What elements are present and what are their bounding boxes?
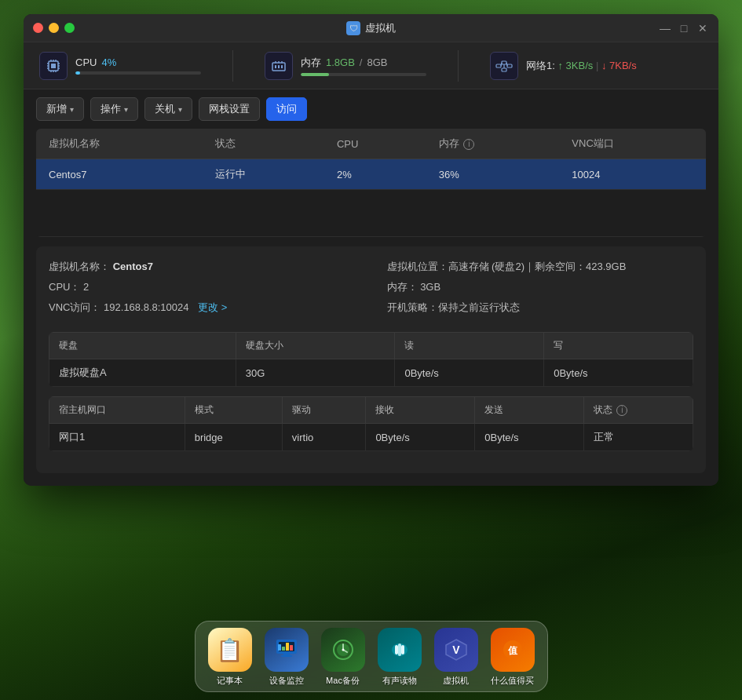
disk-col-name: 硬盘: [49, 333, 236, 359]
svg-rect-33: [290, 645, 293, 651]
vm-empty-cell: [36, 190, 706, 237]
svg-rect-23: [507, 64, 512, 67]
cpu-text: CPU: [75, 57, 97, 68]
col-vm-name: 虚拟机名称: [36, 129, 203, 159]
svg-rect-16: [278, 65, 280, 68]
net-col-interface: 宿主机网口: [49, 397, 185, 424]
vm-status-cell: 运行中: [203, 159, 324, 190]
maximize-button[interactable]: [64, 23, 75, 33]
stat-divider-2: [458, 50, 459, 82]
dock-item-reading[interactable]: 有声读物: [378, 628, 422, 687]
cpu-stat-label: CPU 4%: [75, 57, 201, 68]
svg-rect-32: [286, 643, 289, 651]
svg-rect-15: [275, 65, 276, 68]
mem-stat-info: 内存 1.8GB / 8GB: [301, 56, 426, 76]
detail-col-right: 虚拟机位置：高速存储 (硬盘2)｜剩余空间：423.9GB 内存： 3GB 开机…: [387, 259, 694, 319]
net-interface-cell: 网口1: [49, 424, 185, 451]
dock-label-reading: 有声读物: [382, 675, 417, 687]
vm-row-centos7[interactable]: Centos7 运行中 2% 36% 10024: [36, 159, 706, 190]
svg-rect-42: [395, 645, 398, 654]
vnc-change-link[interactable]: 更改 >: [198, 301, 227, 313]
titlebar-right: — □ ✕: [659, 22, 709, 35]
main-content: 虚拟机名称 状态 CPU 内存 i VNC端口 Centos7 运行中 2% 3…: [24, 129, 718, 486]
titlebar: 🛡 虚拟机 — □ ✕: [24, 14, 718, 42]
dock-item-monitor[interactable]: 设备监控: [265, 628, 309, 687]
mem-separator: /: [360, 57, 363, 68]
net-send-cell: 0Byte/s: [475, 424, 584, 451]
net-text: 网络1: ↑ 3KB/s | ↓ 7KB/s: [526, 59, 637, 73]
dock-label-vmware: 虚拟机: [443, 675, 469, 687]
cpu-progress-fill: [75, 71, 80, 75]
dock-icon-reading: [378, 628, 422, 672]
svg-line-25: [501, 63, 502, 66]
btn-new-chevron: ▾: [70, 105, 74, 114]
close-button[interactable]: [33, 23, 43, 33]
col-vnc: VNC端口: [559, 129, 706, 159]
btn-access-label: 访问: [276, 102, 297, 116]
dock-item-smzdm[interactable]: 值 什么值得买: [491, 628, 535, 687]
cpu-percent: 4%: [101, 57, 116, 68]
mem-text: 内存: [301, 56, 321, 70]
svg-rect-35: [281, 655, 292, 657]
vm-memory-cell: 36%: [426, 159, 560, 190]
detail-vnc: VNC访问： 192.168.8.8:10024 更改 >: [49, 300, 356, 316]
dock-label-monitor: 设备监控: [269, 675, 304, 687]
minimize-button[interactable]: [49, 23, 59, 33]
dock-item-timemachine[interactable]: Mac备份: [321, 628, 365, 687]
vm-vnc-cell: 10024: [559, 159, 706, 190]
net-col-status: 状态 i: [584, 397, 693, 424]
mem-total: 8GB: [367, 57, 387, 68]
cpu-icon: [39, 52, 68, 80]
mem-progress-bar: [301, 73, 426, 76]
svg-rect-34: [283, 654, 290, 655]
disk-write-cell: 0Byte/s: [544, 359, 693, 387]
app-icon: 🛡: [346, 21, 360, 35]
boot-label: 开机策略：保持之前运行状态: [387, 301, 520, 313]
disk-name-cell: 虚拟硬盘A: [49, 359, 236, 387]
vm-empty-row: [36, 190, 706, 237]
svg-text:V: V: [452, 643, 460, 656]
dock-item-vmware[interactable]: V 虚拟机: [434, 628, 478, 687]
net-label: 网络1:: [526, 60, 555, 71]
net-down: ↓ 7KB/s: [601, 60, 637, 71]
cpu-progress-bar: [75, 71, 201, 75]
toolbar: 新增 ▾ 操作 ▾ 关机 ▾ 网栈设置 访问: [24, 89, 718, 129]
memory-value: 3GB: [420, 281, 440, 293]
memory-label: 内存：: [387, 281, 418, 293]
btn-access[interactable]: 访问: [266, 97, 307, 121]
vnc-label: VNC访问：: [49, 301, 101, 313]
vm-name-label: 虚拟机名称：: [49, 261, 110, 272]
dock-item-notes[interactable]: 📋 记事本: [208, 628, 252, 687]
btn-shutdown[interactable]: 关机 ▾: [144, 97, 192, 121]
net-table: 宿主机网口 模式 驱动 接收 发送 状态 i 网口1: [49, 396, 693, 451]
cpu-stat-info: CPU 4%: [75, 57, 201, 75]
disk-size-cell: 30G: [236, 359, 395, 387]
stats-bar: CPU 4%: [24, 42, 718, 89]
detail-cpu: CPU： 2: [49, 279, 356, 296]
titlebar-close-icon[interactable]: ✕: [696, 22, 709, 35]
net-status-cell: 正常: [584, 424, 693, 451]
btn-operate[interactable]: 操作 ▾: [90, 97, 138, 121]
net-receive-cell: 0Byte/s: [366, 424, 475, 451]
btn-network-label: 网栈设置: [209, 102, 250, 116]
dock-icon-timemachine: [321, 628, 365, 672]
svg-rect-44: [401, 645, 404, 654]
btn-network[interactable]: 网栈设置: [199, 97, 260, 121]
btn-new-label: 新增: [46, 102, 67, 116]
svg-rect-22: [502, 61, 506, 64]
detail-location: 虚拟机位置：高速存储 (硬盘2)｜剩余空间：423.9GB: [387, 259, 694, 275]
detail-col-left: 虚拟机名称： Centos7 CPU： 2 VNC访问： 192.168.8.8…: [49, 259, 356, 319]
net-table-header: 宿主机网口 模式 驱动 接收 发送 状态 i: [49, 397, 693, 424]
btn-operate-label: 操作: [101, 102, 121, 116]
btn-new[interactable]: 新增 ▾: [36, 97, 84, 121]
detail-boot: 开机策略：保持之前运行状态: [387, 300, 694, 316]
net-mode-cell: bridge: [185, 424, 282, 451]
detail-memory: 内存： 3GB: [387, 279, 694, 296]
titlebar-minimize-icon[interactable]: —: [659, 22, 671, 35]
col-status: 状态: [203, 129, 324, 159]
titlebar-maximize-icon[interactable]: □: [678, 22, 690, 35]
svg-rect-17: [281, 65, 283, 68]
disk-col-write: 写: [544, 333, 693, 359]
disk-table: 硬盘 硬盘大小 读 写 虚拟硬盘A 30G 0Byte/s 0Byte/s: [49, 332, 693, 387]
svg-line-26: [506, 63, 507, 66]
